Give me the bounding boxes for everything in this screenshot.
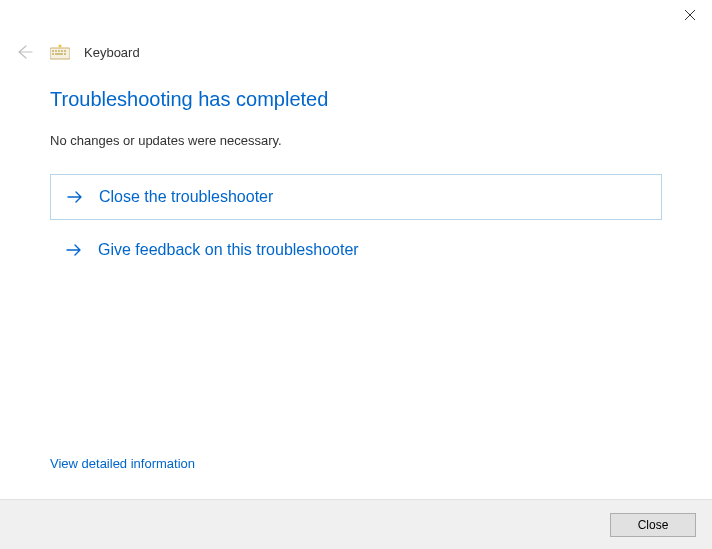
keyboard-icon [50, 44, 70, 60]
svg-rect-4 [55, 50, 57, 52]
content-area: Troubleshooting has completed No changes… [0, 64, 712, 272]
svg-rect-3 [52, 50, 54, 52]
header-row: Keyboard [0, 30, 712, 64]
svg-rect-9 [55, 53, 63, 55]
header-title: Keyboard [84, 45, 140, 60]
window-close-button[interactable] [667, 0, 712, 30]
svg-rect-7 [64, 50, 66, 52]
arrow-right-icon [65, 187, 85, 207]
svg-rect-5 [58, 50, 60, 52]
view-detailed-information-link[interactable]: View detailed information [50, 456, 195, 471]
footer: Close [0, 499, 712, 549]
svg-rect-8 [52, 53, 54, 55]
page-heading: Troubleshooting has completed [50, 88, 662, 111]
close-button[interactable]: Close [610, 513, 696, 537]
option-label: Give feedback on this troubleshooter [98, 241, 359, 259]
page-subtext: No changes or updates were necessary. [50, 133, 662, 148]
give-feedback-option[interactable]: Give feedback on this troubleshooter [50, 228, 662, 272]
titlebar [0, 0, 712, 30]
svg-point-11 [59, 45, 62, 48]
option-label: Close the troubleshooter [99, 188, 273, 206]
close-troubleshooter-option[interactable]: Close the troubleshooter [50, 174, 662, 220]
back-button[interactable] [12, 40, 36, 64]
arrow-right-icon [64, 240, 84, 260]
back-arrow-icon [14, 42, 34, 62]
svg-rect-6 [61, 50, 63, 52]
close-icon [684, 9, 696, 21]
svg-rect-10 [64, 53, 66, 55]
